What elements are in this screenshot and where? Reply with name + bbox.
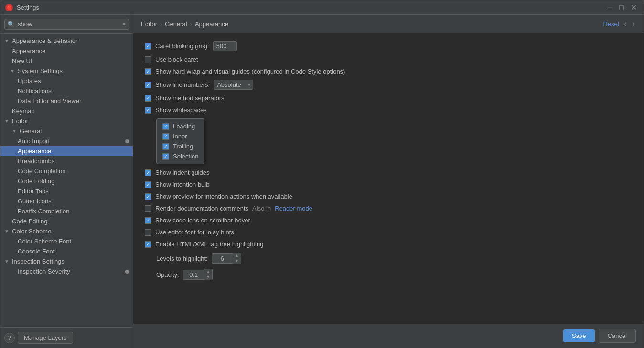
levels-input[interactable] — [212, 253, 233, 264]
show-method-separators-checkbox[interactable]: ✓ — [145, 95, 151, 102]
cancel-button[interactable]: Cancel — [599, 329, 636, 343]
sidebar-item-label: Gutter Icons — [18, 198, 52, 205]
breadcrumb-general: General — [165, 21, 187, 28]
sidebar-item-auto-import[interactable]: Auto Import — [0, 136, 133, 146]
manage-layers-button[interactable]: Manage Layers — [18, 332, 73, 344]
forward-button[interactable]: › — [632, 19, 636, 29]
reader-mode-link[interactable]: Reader mode — [275, 205, 312, 212]
whitespace-popup: ✓ Leading ✓ Inner ✓ Trailin — [156, 118, 204, 164]
breadcrumb-appearance: Appearance — [195, 21, 228, 28]
enable-html-xml-checkbox[interactable]: ✓ — [145, 241, 151, 248]
use-block-caret-checkbox[interactable] — [145, 56, 151, 63]
use-editor-font-checkbox[interactable] — [145, 229, 151, 236]
sidebar-group-editor[interactable]: ▼ Editor — [0, 116, 133, 126]
trailing-checkbox[interactable]: ✓ — [162, 143, 169, 150]
opacity-input[interactable] — [183, 270, 204, 280]
check-icon: ✓ — [146, 242, 150, 247]
caret-blinking-input[interactable] — [213, 41, 237, 51]
show-indent-guides-checkbox[interactable]: ✓ — [145, 169, 151, 176]
breadcrumb: Editor › General › Appearance — [141, 21, 228, 28]
sidebar-item-inspection-severity[interactable]: Inspection Severity — [0, 266, 133, 276]
opacity-spinner-buttons: ▲ ▼ — [204, 269, 213, 280]
check-icon: ✓ — [164, 134, 168, 139]
sidebar-item-new-ui[interactable]: New UI — [0, 56, 133, 66]
sidebar-group-appearance-behavior[interactable]: ▼ Appearance & Behavior — [0, 36, 133, 46]
levels-increment-button[interactable]: ▲ — [233, 253, 241, 258]
sidebar-item-gutter-icons[interactable]: Gutter Icons — [0, 196, 133, 206]
sidebar-item-notifications[interactable]: Notifications — [0, 86, 133, 96]
search-input-wrap: 🔍 × — [4, 19, 129, 30]
line-numbers-select[interactable]: Absolute Relative None — [214, 80, 253, 90]
sidebar-item-keymap[interactable]: Keymap — [0, 106, 133, 116]
header-actions: Reset ‹ › — [603, 19, 636, 29]
sidebar-item-code-folding[interactable]: Code Folding — [0, 176, 133, 186]
badge-icon — [125, 270, 129, 274]
sidebar-item-updates[interactable]: Updates — [0, 76, 133, 86]
sidebar-item-appearance-active[interactable]: Appearance — [0, 146, 133, 156]
sidebar-item-breadcrumbs[interactable]: Breadcrumbs — [0, 156, 133, 166]
levels-decrement-button[interactable]: ▼ — [233, 258, 241, 264]
check-icon: ✓ — [146, 44, 150, 49]
show-intention-bulb-checkbox[interactable]: ✓ — [145, 181, 151, 188]
enable-html-xml-row: ✓ Enable HTML/XML tag tree highlighting — [145, 241, 632, 248]
sidebar-item-label: Updates — [18, 77, 41, 84]
sidebar-item-code-completion[interactable]: Code Completion — [0, 166, 133, 176]
settings-window: 🔴 Settings ─ □ ✕ 🔍 × ▼ Appearance & — [0, 0, 644, 348]
render-doc-comments-checkbox[interactable] — [145, 205, 151, 212]
search-input[interactable] — [18, 21, 119, 28]
leading-checkbox[interactable]: ✓ — [162, 123, 169, 130]
sidebar-group-general[interactable]: ▼ General — [0, 126, 133, 136]
sidebar-group-label: Appearance & Behavior — [12, 37, 77, 44]
opacity-decrement-button[interactable]: ▼ — [204, 274, 212, 280]
sidebar-item-appearance[interactable]: Appearance — [0, 46, 133, 56]
sidebar-item-editor-tabs[interactable]: Editor Tabs — [0, 186, 133, 196]
sidebar-item-color-scheme-font[interactable]: Color Scheme Font — [0, 236, 133, 246]
sidebar-item-label: Code Completion — [18, 168, 65, 175]
show-line-numbers-checkbox[interactable]: ✓ — [145, 82, 151, 88]
search-icon: 🔍 — [8, 21, 15, 28]
check-icon: ✓ — [164, 124, 168, 129]
sidebar-item-label: Editor Tabs — [18, 188, 49, 195]
sidebar-item-code-editing[interactable]: Code Editing — [0, 216, 133, 226]
inner-row: ✓ Inner — [162, 133, 198, 140]
opacity-label: Opacity: — [156, 271, 179, 278]
sidebar-group-inspection-settings[interactable]: ▼ Inspection Settings — [0, 256, 133, 266]
check-icon: ✓ — [164, 144, 168, 149]
show-line-numbers-row: ✓ Show line numbers: Absolute Relative N… — [145, 80, 632, 90]
settings-content: ✓ Caret blinking (ms): Use block caret ✓ — [133, 33, 644, 324]
sidebar: 🔍 × ▼ Appearance & Behavior Appearance N… — [0, 15, 133, 348]
sidebar-item-postfix[interactable]: Postfix Completion — [0, 206, 133, 216]
caret-blinking-row: ✓ Caret blinking (ms): — [145, 41, 632, 51]
use-editor-font-label: Use editor font for inlay hints — [155, 229, 234, 236]
leading-label: Leading — [173, 123, 195, 130]
show-code-lens-checkbox[interactable]: ✓ — [145, 217, 151, 224]
sidebar-group-system-settings[interactable]: ▼ System Settings — [0, 66, 133, 76]
search-clear-button[interactable]: × — [122, 21, 126, 28]
reset-button[interactable]: Reset — [603, 21, 619, 28]
selection-label: Selection — [173, 153, 198, 160]
selection-checkbox[interactable]: ✓ — [162, 153, 169, 160]
back-button[interactable]: ‹ — [623, 19, 627, 29]
save-button[interactable]: Save — [563, 329, 595, 342]
selection-row: ✓ Selection — [162, 153, 198, 160]
inner-checkbox[interactable]: ✓ — [162, 133, 169, 140]
show-hard-wrap-checkbox[interactable]: ✓ — [145, 68, 151, 75]
sidebar-item-data-editor[interactable]: Data Editor and Viewer — [0, 96, 133, 106]
trailing-label: Trailing — [173, 143, 193, 150]
caret-blinking-checkbox[interactable]: ✓ — [145, 43, 151, 50]
show-whitespaces-checkbox[interactable]: ✓ — [145, 107, 151, 114]
sidebar-group-label: Inspection Settings — [12, 258, 64, 265]
help-button[interactable]: ? — [4, 333, 15, 343]
sidebar-group-color-scheme[interactable]: ▼ Color Scheme — [0, 226, 133, 236]
show-intention-bulb-row: ✓ Show intention bulb — [145, 181, 632, 188]
maximize-button[interactable]: □ — [617, 3, 626, 12]
sidebar-item-label: Appearance — [12, 47, 45, 54]
sidebar-item-console-font[interactable]: Console Font — [0, 246, 133, 256]
opacity-increment-button[interactable]: ▲ — [204, 269, 212, 274]
breadcrumb-sep-1: › — [160, 21, 162, 28]
opacity-spinner-wrap: ▲ ▼ — [183, 269, 213, 280]
close-button[interactable]: ✕ — [629, 3, 639, 12]
show-preview-intention-checkbox[interactable]: ✓ — [145, 193, 151, 200]
minimize-button[interactable]: ─ — [605, 3, 614, 12]
sidebar-item-label: Console Font — [18, 248, 54, 255]
